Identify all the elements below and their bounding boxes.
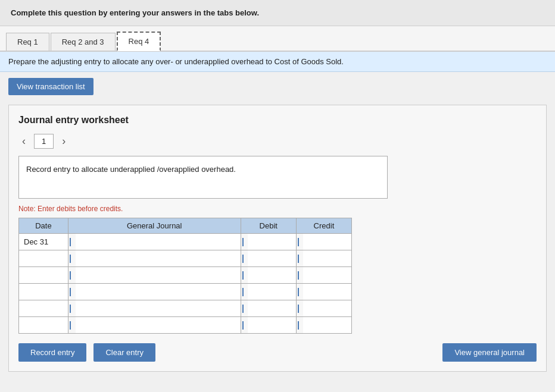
debit-input-4[interactable] — [248, 300, 296, 316]
tab-req2and3[interactable]: Req 2 and 3 — [51, 33, 116, 51]
gj-cell-0[interactable] — [68, 234, 241, 250]
credit-input-3[interactable] — [303, 284, 351, 300]
bottom-buttons: Record entry Clear entry View general jo… — [18, 343, 537, 362]
date-cell-2 — [19, 267, 68, 284]
tab-req1-label: Req 1 — [17, 37, 38, 46]
record-entry-button[interactable]: Record entry — [18, 343, 86, 362]
debit-cell-5[interactable] — [241, 317, 296, 334]
instruction-text: Prepare the adjusting entry to allocate … — [8, 57, 344, 66]
credit-cell-4[interactable] — [296, 300, 351, 317]
col-header-gj: General Journal — [68, 218, 241, 234]
clear-entry-button[interactable]: Clear entry — [93, 343, 155, 362]
credit-cell-5[interactable] — [296, 317, 351, 334]
debit-cell-4[interactable] — [241, 300, 296, 317]
pagination-row: ‹ 1 › — [18, 134, 537, 149]
date-cell-0: Dec 31 — [19, 234, 68, 250]
gj-input-4[interactable] — [76, 300, 241, 316]
tab-req4-label: Req 4 — [129, 37, 149, 46]
credit-cell-2[interactable] — [296, 267, 351, 284]
table-row — [19, 300, 352, 317]
col-header-credit: Credit — [296, 218, 351, 234]
debit-input-2[interactable] — [248, 267, 296, 283]
table-row — [19, 317, 352, 334]
date-cell-1 — [19, 250, 68, 267]
date-cell-3 — [19, 284, 68, 300]
journal-table: Date General Journal Debit Credit Dec 31 — [18, 218, 352, 334]
tab-req2and3-label: Req 2 and 3 — [62, 37, 104, 46]
credit-input-0[interactable] — [303, 234, 351, 250]
banner-text: Complete this question by entering your … — [11, 8, 259, 17]
next-page-button[interactable]: › — [58, 135, 69, 148]
debit-input-0[interactable] — [248, 234, 296, 250]
gj-input-2[interactable] — [76, 267, 241, 283]
col-header-debit: Debit — [241, 218, 296, 234]
debit-cell-1[interactable] — [241, 250, 296, 267]
gj-cell-2[interactable] — [68, 267, 241, 284]
debit-input-5[interactable] — [248, 317, 296, 333]
debit-input-1[interactable] — [248, 250, 296, 266]
entry-description-text: Record entry to allocate underapplied /o… — [26, 165, 236, 174]
credit-cell-1[interactable] — [296, 250, 351, 267]
table-row — [19, 250, 352, 267]
col-header-date: Date — [19, 218, 68, 234]
gj-input-5[interactable] — [76, 317, 241, 333]
gj-cell-3[interactable] — [68, 284, 241, 300]
view-transaction-list-button[interactable]: View transaction list — [8, 78, 93, 95]
debit-cell-0[interactable] — [241, 234, 296, 250]
debit-cell-2[interactable] — [241, 267, 296, 284]
tab-req4[interactable]: Req 4 — [117, 32, 161, 51]
credit-input-1[interactable] — [303, 250, 351, 266]
gj-input-0[interactable] — [76, 234, 241, 250]
page-number: 1 — [34, 134, 54, 149]
table-row — [19, 284, 352, 300]
top-banner: Complete this question by entering your … — [0, 0, 555, 26]
credit-input-2[interactable] — [303, 267, 351, 283]
instruction-bar: Prepare the adjusting entry to allocate … — [0, 52, 555, 72]
worksheet-title: Journal entry worksheet — [18, 115, 537, 126]
gj-cell-5[interactable] — [68, 317, 241, 334]
gj-input-1[interactable] — [76, 250, 241, 266]
view-general-journal-button[interactable]: View general journal — [442, 343, 537, 362]
tabs-bar: Req 1 Req 2 and 3 Req 4 — [0, 26, 555, 52]
debit-input-3[interactable] — [248, 284, 296, 300]
table-row — [19, 267, 352, 284]
date-cell-5 — [19, 317, 68, 334]
date-cell-4 — [19, 300, 68, 317]
credit-input-5[interactable] — [303, 317, 351, 333]
worksheet-container: Journal entry worksheet ‹ 1 › Record ent… — [8, 105, 547, 372]
gj-input-3[interactable] — [76, 284, 241, 300]
debit-cell-3[interactable] — [241, 284, 296, 300]
view-transaction-btn-container: View transaction list — [8, 78, 93, 95]
gj-cell-4[interactable] — [68, 300, 241, 317]
credit-cell-3[interactable] — [296, 284, 351, 300]
prev-page-button[interactable]: ‹ — [18, 135, 29, 148]
credit-cell-0[interactable] — [296, 234, 351, 250]
table-row: Dec 31 — [19, 234, 352, 250]
tab-req1[interactable]: Req 1 — [6, 33, 49, 51]
entry-description-box: Record entry to allocate underapplied /o… — [18, 156, 388, 199]
gj-cell-1[interactable] — [68, 250, 241, 267]
note-text: Note: Enter debits before credits. — [18, 205, 537, 213]
credit-input-4[interactable] — [303, 300, 351, 316]
